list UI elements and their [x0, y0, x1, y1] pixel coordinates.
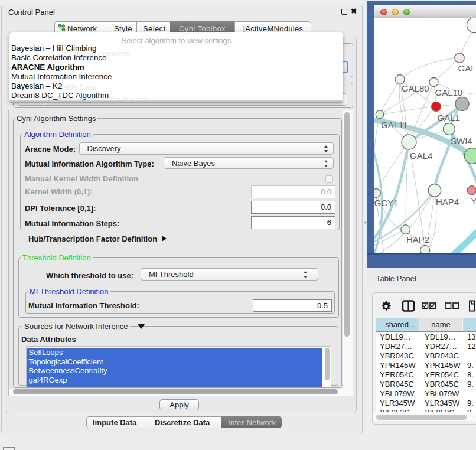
svg-text:GCY1: GCY1: [374, 198, 399, 208]
svg-text:GAL4: GAL4: [410, 151, 432, 161]
svg-text:GAL: GAL: [458, 63, 476, 73]
svg-text:Y: Y: [471, 196, 476, 206]
svg-text:HAP2: HAP2: [406, 234, 429, 244]
svg-text:HAP4: HAP4: [436, 197, 459, 207]
svg-text:GAL80: GAL80: [402, 83, 429, 93]
svg-text:SWI4: SWI4: [451, 136, 472, 146]
svg-text:GAL1: GAL1: [438, 113, 460, 123]
svg-text:GAL11: GAL11: [381, 120, 408, 130]
svg-text:GAL10: GAL10: [435, 87, 463, 97]
